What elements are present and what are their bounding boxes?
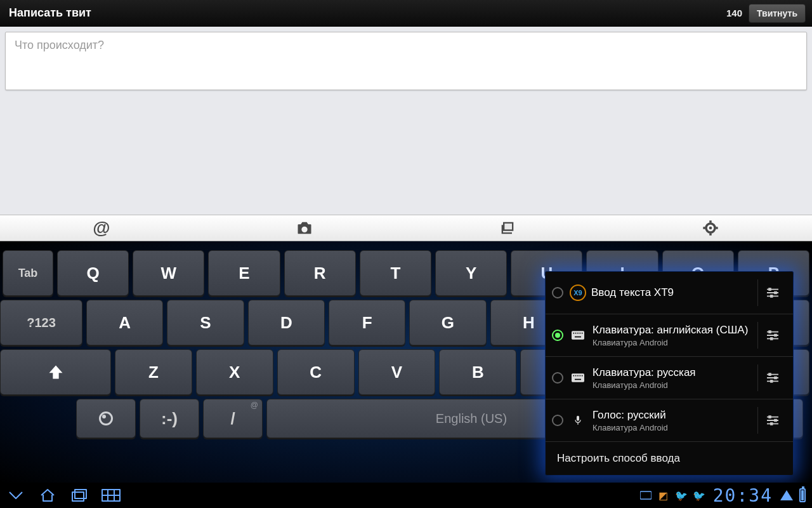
key-y[interactable]: Y bbox=[435, 250, 507, 296]
recent-apps-icon bbox=[71, 488, 88, 502]
ime-option-sublabel: Клавиатура Android bbox=[593, 338, 757, 347]
shift-icon bbox=[47, 363, 65, 381]
svg-rect-9 bbox=[580, 333, 581, 334]
key-shift[interactable] bbox=[0, 349, 111, 395]
key-slash[interactable]: /@ bbox=[203, 399, 263, 438]
mention-button[interactable]: @ bbox=[0, 215, 203, 241]
ime-option-xt9[interactable]: X9 Ввод текста XT9 bbox=[546, 272, 793, 314]
svg-rect-26 bbox=[768, 416, 771, 418]
ime-option-label: Ввод текста XT9 bbox=[591, 286, 757, 299]
svg-rect-23 bbox=[774, 377, 776, 379]
key-input-switch[interactable] bbox=[76, 399, 136, 438]
ime-settings-button[interactable] bbox=[757, 364, 787, 391]
ime-configure-link[interactable]: Настроить способ ввода bbox=[546, 442, 793, 475]
radio-checked-icon bbox=[552, 330, 563, 341]
key-symbols[interactable]: ?123 bbox=[0, 300, 82, 345]
key-z[interactable]: Z bbox=[115, 349, 192, 395]
camera-icon bbox=[296, 219, 313, 237]
ime-option-ru[interactable]: Клавиатура: русскаяКлавиатура Android bbox=[546, 357, 793, 399]
ime-option-label: Клавиатура: русская bbox=[593, 366, 757, 379]
key-e[interactable]: E bbox=[208, 250, 280, 296]
ime-option-voice[interactable]: Голос: русскийКлавиатура Android bbox=[546, 399, 793, 442]
svg-rect-20 bbox=[582, 375, 583, 377]
page-title: Написать твит bbox=[0, 6, 726, 20]
svg-rect-25 bbox=[577, 416, 579, 421]
status-notification-icon[interactable]: ◩ bbox=[657, 489, 670, 502]
key-a[interactable]: A bbox=[86, 300, 163, 345]
tweet-input[interactable]: Что происходит? bbox=[5, 32, 807, 90]
svg-rect-18 bbox=[577, 375, 579, 377]
nav-home-button[interactable] bbox=[32, 483, 63, 508]
key-r[interactable]: R bbox=[284, 250, 356, 296]
svg-rect-10 bbox=[582, 333, 583, 334]
ime-chooser-popup: X9 Ввод текста XT9 Клавиатура: английска… bbox=[546, 272, 793, 475]
nav-recent-button[interactable] bbox=[63, 483, 95, 508]
tweet-button[interactable]: Твитнуть bbox=[749, 4, 806, 23]
chevron-down-icon bbox=[8, 490, 24, 501]
svg-rect-11 bbox=[575, 337, 581, 338]
svg-rect-14 bbox=[770, 338, 773, 340]
status-twitter-icon-2[interactable]: 🐦 bbox=[693, 489, 705, 502]
sliders-icon bbox=[766, 330, 780, 341]
key-t[interactable]: T bbox=[360, 250, 431, 296]
radio-unchecked-icon bbox=[552, 287, 563, 298]
mic-icon bbox=[570, 415, 586, 425]
ime-option-en[interactable]: Клавиатура: английская (США)Клавиатура A… bbox=[546, 314, 793, 357]
key-c[interactable]: C bbox=[277, 349, 355, 395]
svg-rect-13 bbox=[774, 334, 776, 337]
key-d[interactable]: D bbox=[248, 300, 325, 345]
camera-button[interactable] bbox=[203, 215, 406, 241]
sliders-icon bbox=[766, 372, 780, 384]
xt9-icon: X9 bbox=[570, 284, 586, 301]
key-emoji[interactable]: :-) bbox=[140, 399, 199, 438]
svg-rect-3 bbox=[774, 291, 776, 294]
key-tab[interactable]: Tab bbox=[3, 250, 53, 296]
nav-screenshot-button[interactable] bbox=[95, 483, 127, 508]
key-v[interactable]: V bbox=[358, 349, 436, 395]
key-s[interactable]: S bbox=[167, 300, 244, 345]
system-nav-bar: ◩ 🐦 🐦 20:34 bbox=[0, 483, 812, 508]
sliders-icon bbox=[766, 287, 780, 298]
keyboard-icon bbox=[570, 373, 586, 383]
battery-icon bbox=[799, 488, 806, 502]
tweet-placeholder: Что происходит? bbox=[15, 39, 104, 51]
ring-icon bbox=[99, 411, 113, 425]
key-b[interactable]: B bbox=[439, 349, 516, 395]
ime-option-label: Голос: русский bbox=[593, 409, 757, 422]
svg-rect-27 bbox=[774, 419, 776, 422]
ime-settings-button[interactable] bbox=[757, 279, 787, 306]
key-q[interactable]: Q bbox=[57, 250, 129, 296]
compose-action-bar: @ bbox=[0, 215, 812, 241]
svg-rect-24 bbox=[770, 380, 773, 383]
nav-back-button[interactable] bbox=[0, 483, 32, 508]
key-f[interactable]: F bbox=[329, 300, 405, 345]
ime-settings-button[interactable] bbox=[757, 407, 787, 434]
svg-rect-7 bbox=[575, 333, 577, 334]
wifi-icon bbox=[780, 490, 793, 500]
key-g[interactable]: G bbox=[409, 300, 486, 345]
compose-header: Написать твит 140 Твитнуть bbox=[0, 0, 812, 27]
sliders-icon bbox=[766, 415, 780, 426]
radio-unchecked-icon bbox=[552, 372, 563, 384]
status-keyboard-icon[interactable] bbox=[639, 489, 652, 502]
svg-rect-29 bbox=[72, 492, 84, 501]
char-count: 140 bbox=[726, 8, 742, 18]
svg-rect-5 bbox=[572, 331, 584, 339]
radio-unchecked-icon bbox=[552, 415, 563, 426]
svg-point-1 bbox=[709, 227, 712, 230]
keyboard-icon bbox=[570, 330, 586, 340]
svg-rect-2 bbox=[768, 288, 771, 291]
svg-rect-28 bbox=[770, 423, 773, 425]
status-clock[interactable]: 20:34 bbox=[713, 485, 773, 506]
gallery-button[interactable] bbox=[406, 215, 609, 241]
ime-option-sublabel: Клавиатура Android bbox=[593, 380, 757, 390]
key-x[interactable]: X bbox=[196, 349, 273, 395]
svg-rect-22 bbox=[768, 373, 771, 376]
location-button[interactable] bbox=[609, 215, 812, 241]
svg-rect-19 bbox=[580, 375, 581, 377]
ime-option-sublabel: Клавиатура Android bbox=[593, 423, 757, 432]
key-w[interactable]: W bbox=[133, 250, 204, 296]
svg-rect-32 bbox=[640, 491, 652, 499]
ime-settings-button[interactable] bbox=[757, 322, 787, 349]
status-twitter-icon[interactable]: 🐦 bbox=[675, 489, 688, 502]
